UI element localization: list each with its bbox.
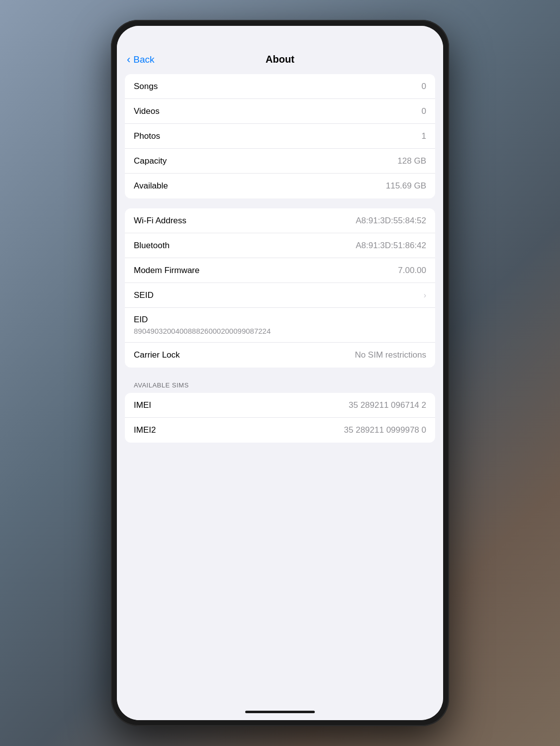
scroll-content[interactable]: Songs 0 Videos 0 Photos 1 Capacity 128 G… [117, 70, 443, 703]
modem-firmware-value: 7.00.00 [398, 266, 426, 276]
songs-label: Songs [134, 82, 158, 92]
imei2-label: IMEI2 [134, 425, 156, 435]
sims-section: IMEI 35 289211 096714 2 IMEI2 35 289211 … [125, 393, 435, 443]
imei-value: 35 289211 096714 2 [349, 400, 426, 410]
carrier-lock-label: Carrier Lock [134, 350, 180, 360]
capacity-value: 128 GB [397, 156, 426, 166]
songs-row: Songs 0 [125, 74, 435, 99]
seid-label: SEID [134, 290, 154, 300]
bluetooth-label: Bluetooth [134, 241, 170, 251]
available-value: 115.69 GB [386, 181, 426, 191]
videos-label: Videos [134, 106, 160, 116]
wifi-address-label: Wi-Fi Address [134, 216, 187, 226]
seid-row[interactable]: SEID › [125, 283, 435, 308]
photos-row: Photos 1 [125, 124, 435, 149]
eid-label: EID [134, 315, 426, 325]
available-row: Available 115.69 GB [125, 174, 435, 198]
carrier-lock-value: No SIM restrictions [355, 350, 426, 360]
back-chevron-icon: ‹ [127, 53, 130, 66]
status-bar [117, 26, 443, 51]
navigation-bar: ‹ Back About [117, 51, 443, 70]
available-label: Available [134, 181, 168, 191]
eid-row: EID 890490320040088826000200099087224 [125, 308, 435, 343]
modem-firmware-row: Modem Firmware 7.00.00 [125, 258, 435, 283]
phone-frame: ‹ Back About Songs 0 Videos 0 Photos 1 [111, 20, 449, 726]
photos-label: Photos [134, 131, 160, 141]
back-label: Back [133, 54, 154, 65]
page-title: About [266, 54, 294, 65]
bluetooth-value: A8:91:3D:51:86:42 [356, 241, 426, 251]
capacity-label: Capacity [134, 156, 167, 166]
screen: ‹ Back About Songs 0 Videos 0 Photos 1 [117, 26, 443, 720]
wifi-address-row: Wi-Fi Address A8:91:3D:55:84:52 [125, 208, 435, 233]
imei-row: IMEI 35 289211 096714 2 [125, 393, 435, 418]
imei-label: IMEI [134, 400, 151, 410]
home-bar [245, 711, 315, 713]
photos-value: 1 [422, 131, 426, 141]
wifi-address-value: A8:91:3D:55:84:52 [356, 216, 426, 226]
songs-value: 0 [422, 82, 426, 92]
imei2-row: IMEI2 35 289211 0999978 0 [125, 418, 435, 443]
videos-value: 0 [422, 106, 426, 116]
available-sims-header: AVAILABLE SIMS [117, 377, 443, 393]
carrier-lock-row: Carrier Lock No SIM restrictions [125, 343, 435, 368]
eid-number-value: 890490320040088826000200099087224 [134, 327, 426, 335]
bluetooth-row: Bluetooth A8:91:3D:51:86:42 [125, 233, 435, 258]
home-indicator [117, 703, 443, 720]
imei2-value: 35 289211 0999978 0 [344, 425, 426, 435]
modem-firmware-label: Modem Firmware [134, 266, 199, 276]
seid-chevron-icon: › [424, 291, 426, 300]
media-section: Songs 0 Videos 0 Photos 1 Capacity 128 G… [125, 74, 435, 198]
network-section: Wi-Fi Address A8:91:3D:55:84:52 Bluetoot… [125, 208, 435, 368]
capacity-row: Capacity 128 GB [125, 149, 435, 174]
videos-row: Videos 0 [125, 99, 435, 124]
back-button[interactable]: ‹ Back [127, 53, 155, 66]
